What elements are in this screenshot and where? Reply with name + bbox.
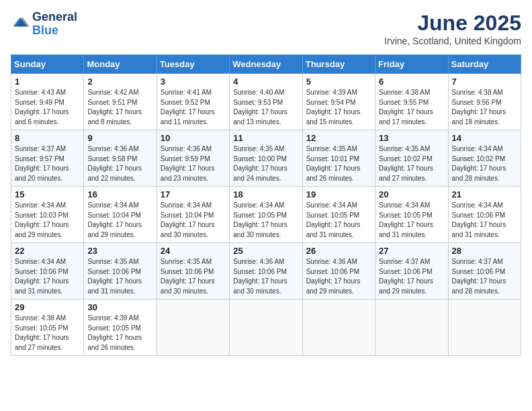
day-number: 12 [306,133,371,143]
calendar-cell: 29Sunrise: 4:38 AMSunset: 10:05 PMDaylig… [11,300,84,356]
day-info: Sunrise: 4:34 AMSunset: 10:05 PMDaylight… [379,201,444,240]
day-number: 25 [233,246,298,256]
day-number: 28 [452,246,517,256]
day-info: Sunrise: 4:34 AMSunset: 10:04 PMDaylight… [161,201,226,240]
calendar-cell: 9Sunrise: 4:36 AMSunset: 9:58 PMDaylight… [84,130,157,187]
logo-icon [11,15,30,34]
day-number: 27 [379,246,444,256]
location: Irvine, Scotland, United Kingdom [384,36,521,46]
day-number: 29 [15,302,80,312]
day-number: 18 [233,189,298,199]
calendar-week-5: 29Sunrise: 4:38 AMSunset: 10:05 PMDaylig… [11,300,521,356]
day-number: 8 [15,133,80,143]
day-number: 6 [379,77,444,87]
day-number: 20 [379,189,444,199]
day-header-saturday: Saturday [448,55,521,74]
day-info: Sunrise: 4:37 AMSunset: 9:57 PMDaylight:… [15,144,80,183]
day-info: Sunrise: 4:35 AMSunset: 10:06 PMDaylight… [87,257,152,296]
day-info: Sunrise: 4:35 AMSunset: 10:01 PMDaylight… [306,144,371,183]
day-number: 3 [161,77,226,87]
calendar-cell: 15Sunrise: 4:34 AMSunset: 10:03 PMDaylig… [11,187,84,243]
calendar-cell: 1Sunrise: 4:43 AMSunset: 9:49 PMDaylight… [11,74,84,130]
day-info: Sunrise: 4:37 AMSunset: 10:06 PMDaylight… [379,257,444,296]
calendar-week-3: 15Sunrise: 4:34 AMSunset: 10:03 PMDaylig… [11,187,521,243]
day-info: Sunrise: 4:38 AMSunset: 10:05 PMDaylight… [15,314,80,353]
day-number: 2 [87,77,152,87]
calendar-cell: 23Sunrise: 4:35 AMSunset: 10:06 PMDaylig… [84,243,157,300]
day-number: 17 [161,189,226,199]
calendar-cell: 3Sunrise: 4:41 AMSunset: 9:52 PMDaylight… [157,74,229,130]
calendar-cell [230,300,302,356]
day-info: Sunrise: 4:40 AMSunset: 9:53 PMDaylight:… [233,88,298,127]
day-header-sunday: Sunday [11,55,84,74]
day-header-monday: Monday [84,55,157,74]
day-header-wednesday: Wednesday [230,55,302,74]
calendar-cell: 19Sunrise: 4:34 AMSunset: 10:05 PMDaylig… [302,187,375,243]
day-info: Sunrise: 4:37 AMSunset: 10:06 PMDaylight… [452,257,517,296]
day-number: 5 [306,77,371,87]
day-number: 21 [452,189,517,199]
day-info: Sunrise: 4:43 AMSunset: 9:49 PMDaylight:… [15,88,80,127]
day-info: Sunrise: 4:35 AMSunset: 10:06 PMDaylight… [161,257,226,296]
day-header-friday: Friday [375,55,448,74]
calendar-cell: 25Sunrise: 4:36 AMSunset: 10:06 PMDaylig… [230,243,302,300]
page-header: General Blue June 2025 Irvine, Scotland,… [11,11,521,46]
day-info: Sunrise: 4:36 AMSunset: 10:06 PMDaylight… [306,257,371,296]
day-info: Sunrise: 4:34 AMSunset: 10:05 PMDaylight… [233,201,298,240]
day-info: Sunrise: 4:34 AMSunset: 10:02 PMDaylight… [452,144,517,183]
day-number: 26 [306,246,371,256]
day-info: Sunrise: 4:34 AMSunset: 10:06 PMDaylight… [15,257,80,296]
day-number: 9 [87,133,152,143]
calendar-cell [302,300,375,356]
day-info: Sunrise: 4:36 AMSunset: 9:59 PMDaylight:… [161,144,226,183]
calendar-week-4: 22Sunrise: 4:34 AMSunset: 10:06 PMDaylig… [11,243,521,300]
calendar-cell [157,300,229,356]
day-number: 16 [87,189,152,199]
day-info: Sunrise: 4:35 AMSunset: 10:00 PMDaylight… [233,144,298,183]
day-info: Sunrise: 4:34 AMSunset: 10:04 PMDaylight… [87,201,152,240]
day-info: Sunrise: 4:34 AMSunset: 10:05 PMDaylight… [306,201,371,240]
day-info: Sunrise: 4:36 AMSunset: 10:06 PMDaylight… [233,257,298,296]
calendar-cell: 26Sunrise: 4:36 AMSunset: 10:06 PMDaylig… [302,243,375,300]
calendar-table: SundayMondayTuesdayWednesdayThursdayFrid… [11,54,521,356]
calendar-cell: 4Sunrise: 4:40 AMSunset: 9:53 PMDaylight… [230,74,302,130]
calendar-cell: 20Sunrise: 4:34 AMSunset: 10:05 PMDaylig… [375,187,448,243]
day-info: Sunrise: 4:42 AMSunset: 9:51 PMDaylight:… [87,88,152,127]
calendar-cell [448,300,521,356]
day-number: 1 [15,77,80,87]
calendar-cell: 13Sunrise: 4:35 AMSunset: 10:02 PMDaylig… [375,130,448,187]
calendar-cell: 24Sunrise: 4:35 AMSunset: 10:06 PMDaylig… [157,243,229,300]
month-title: June 2025 [384,11,521,36]
calendar-cell: 27Sunrise: 4:37 AMSunset: 10:06 PMDaylig… [375,243,448,300]
day-number: 22 [15,246,80,256]
day-info: Sunrise: 4:38 AMSunset: 9:55 PMDaylight:… [379,88,444,127]
day-info: Sunrise: 4:34 AMSunset: 10:03 PMDaylight… [15,201,80,240]
calendar-cell: 8Sunrise: 4:37 AMSunset: 9:57 PMDaylight… [11,130,84,187]
day-number: 7 [452,77,517,87]
day-info: Sunrise: 4:35 AMSunset: 10:02 PMDaylight… [379,144,444,183]
day-info: Sunrise: 4:34 AMSunset: 10:06 PMDaylight… [452,201,517,240]
day-number: 15 [15,189,80,199]
calendar-week-2: 8Sunrise: 4:37 AMSunset: 9:57 PMDaylight… [11,130,521,187]
day-info: Sunrise: 4:41 AMSunset: 9:52 PMDaylight:… [161,88,226,127]
calendar-cell: 5Sunrise: 4:39 AMSunset: 9:54 PMDaylight… [302,74,375,130]
day-number: 4 [233,77,298,87]
calendar-cell: 6Sunrise: 4:38 AMSunset: 9:55 PMDaylight… [375,74,448,130]
calendar-cell: 7Sunrise: 4:38 AMSunset: 9:56 PMDaylight… [448,74,521,130]
calendar-cell: 12Sunrise: 4:35 AMSunset: 10:01 PMDaylig… [302,130,375,187]
day-number: 13 [379,133,444,143]
day-info: Sunrise: 4:36 AMSunset: 9:58 PMDaylight:… [87,144,152,183]
day-header-tuesday: Tuesday [157,55,229,74]
calendar-cell: 16Sunrise: 4:34 AMSunset: 10:04 PMDaylig… [84,187,157,243]
logo-text: General Blue [32,11,77,38]
calendar-cell: 10Sunrise: 4:36 AMSunset: 9:59 PMDayligh… [157,130,229,187]
day-header-thursday: Thursday [302,55,375,74]
calendar-cell: 22Sunrise: 4:34 AMSunset: 10:06 PMDaylig… [11,243,84,300]
day-info: Sunrise: 4:39 AMSunset: 9:54 PMDaylight:… [306,88,371,127]
calendar-cell: 21Sunrise: 4:34 AMSunset: 10:06 PMDaylig… [448,187,521,243]
calendar-week-1: 1Sunrise: 4:43 AMSunset: 9:49 PMDaylight… [11,74,521,130]
day-number: 11 [233,133,298,143]
day-number: 24 [161,246,226,256]
day-number: 10 [161,133,226,143]
logo: General Blue [11,11,77,38]
